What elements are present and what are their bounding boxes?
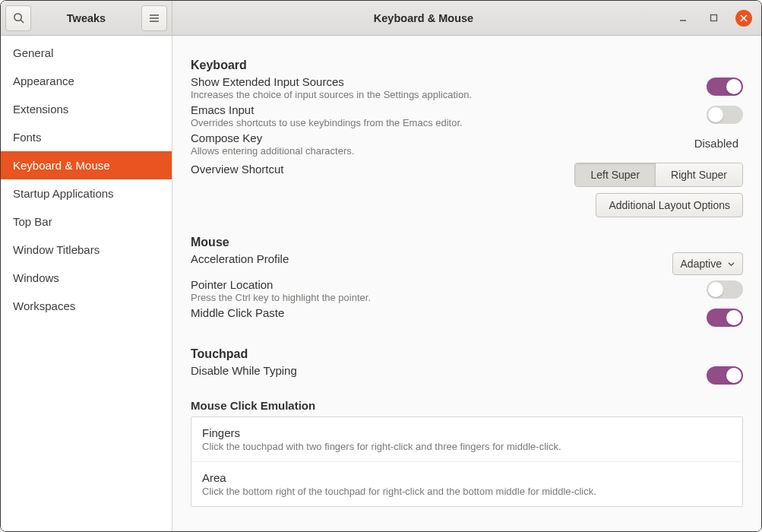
window: Tweaks Keyboard & Mouse General Appearan… xyxy=(1,1,761,531)
sidebar-item-keyboard-mouse[interactable]: Keyboard & Mouse xyxy=(1,151,172,179)
sidebar-item-label: General xyxy=(13,46,53,59)
hamburger-icon xyxy=(149,13,160,24)
row-desc: Overrides shortcuts to use keybindings f… xyxy=(191,117,707,128)
section-keyboard: Keyboard xyxy=(191,59,743,72)
mouse-click-emulation-list: Fingers Click the touchpad with two fing… xyxy=(191,416,743,507)
section-touchpad: Touchpad xyxy=(191,347,743,361)
row-title: Show Extended Input Sources xyxy=(191,75,707,88)
row-title: Compose Key xyxy=(191,131,690,144)
sidebar-item-label: Appearance xyxy=(13,74,74,87)
row-desc: Allows entering additional characters. xyxy=(191,145,690,157)
row-title: Disable While Typing xyxy=(191,364,707,377)
emulation-title: Area xyxy=(202,471,732,484)
sidebar: General Appearance Extensions Fonts Keyb… xyxy=(1,36,172,531)
row-pointer-location: Pointer Location Press the Ctrl key to h… xyxy=(191,277,743,305)
emulation-desc: Click the bottom right of the touchpad f… xyxy=(202,486,732,497)
toggle-disable-while-typing[interactable] xyxy=(707,366,743,385)
row-acceleration-profile: Acceleration Profile Adaptive xyxy=(191,251,743,277)
page-title: Keyboard & Mouse xyxy=(172,12,675,24)
acceleration-profile-dropdown[interactable]: Adaptive xyxy=(672,252,743,275)
sidebar-item-window-titlebars[interactable]: Window Titlebars xyxy=(1,236,172,264)
sidebar-item-top-bar[interactable]: Top Bar xyxy=(1,207,172,236)
svg-rect-6 xyxy=(710,15,716,21)
row-extended-sources: Show Extended Input Sources Increases th… xyxy=(191,74,743,102)
svg-point-0 xyxy=(14,14,21,21)
content: General Appearance Extensions Fonts Keyb… xyxy=(1,36,761,531)
left-super-button[interactable]: Left Super xyxy=(575,163,655,186)
chevron-down-icon xyxy=(728,261,735,268)
sidebar-item-label: Window Titlebars xyxy=(13,243,100,256)
section-mouse: Mouse xyxy=(191,236,743,249)
titlebar: Tweaks Keyboard & Mouse xyxy=(1,1,761,36)
toggle-middle-click-paste[interactable] xyxy=(707,309,743,327)
search-button[interactable] xyxy=(5,5,31,31)
sidebar-item-label: Fonts xyxy=(13,131,42,144)
compose-key-value[interactable]: Disabled xyxy=(690,134,743,153)
row-title: Acceleration Profile xyxy=(191,252,672,265)
window-controls xyxy=(675,10,761,27)
sidebar-item-appearance[interactable]: Appearance xyxy=(1,67,172,95)
sidebar-item-windows[interactable]: Windows xyxy=(1,264,172,292)
dropdown-value: Adaptive xyxy=(681,258,722,270)
toggle-extended-sources[interactable] xyxy=(707,78,743,96)
titlebar-left: Tweaks xyxy=(1,1,172,36)
sidebar-item-extensions[interactable]: Extensions xyxy=(1,95,172,123)
sidebar-item-label: Top Bar xyxy=(13,215,52,228)
row-overview-shortcut: Overview Shortcut Left Super Right Super… xyxy=(191,161,743,219)
menu-button[interactable] xyxy=(141,5,167,31)
row-middle-click-paste: Middle Click Paste xyxy=(191,305,743,331)
app-title: Tweaks xyxy=(31,12,141,24)
emulation-title: Fingers xyxy=(202,426,732,439)
sidebar-item-startup-applications[interactable]: Startup Applications xyxy=(1,179,172,207)
row-compose-key: Compose Key Allows entering additional c… xyxy=(191,130,743,158)
search-icon xyxy=(13,12,24,24)
mouse-click-emulation-title: Mouse Click Emulation xyxy=(191,399,743,412)
emulation-option-fingers[interactable]: Fingers Click the touchpad with two fing… xyxy=(191,417,742,461)
sidebar-item-workspaces[interactable]: Workspaces xyxy=(1,292,172,320)
maximize-button[interactable] xyxy=(705,10,722,27)
close-icon xyxy=(740,14,748,22)
row-title: Overview Shortcut xyxy=(191,163,574,176)
row-disable-while-typing: Disable While Typing xyxy=(191,363,743,388)
sidebar-item-label: Extensions xyxy=(13,103,68,116)
row-title: Middle Click Paste xyxy=(191,306,707,319)
svg-line-1 xyxy=(21,20,24,23)
sidebar-item-label: Keyboard & Mouse xyxy=(13,159,110,172)
emulation-option-area[interactable]: Area Click the bottom right of the touch… xyxy=(191,461,742,506)
sidebar-item-general[interactable]: General xyxy=(1,39,172,67)
sidebar-item-label: Workspaces xyxy=(13,299,75,312)
minimize-icon xyxy=(678,14,688,23)
row-title: Pointer Location xyxy=(191,278,707,291)
row-title: Emacs Input xyxy=(191,103,707,116)
emulation-desc: Click the touchpad with two fingers for … xyxy=(202,441,732,452)
sidebar-item-fonts[interactable]: Fonts xyxy=(1,123,172,151)
additional-layout-options-button[interactable]: Additional Layout Options xyxy=(596,193,743,217)
toggle-pointer-location[interactable] xyxy=(707,280,743,299)
toggle-emacs-input[interactable] xyxy=(707,106,743,124)
close-button[interactable] xyxy=(735,10,752,27)
main-panel: Keyboard Show Extended Input Sources Inc… xyxy=(172,36,761,531)
sidebar-item-label: Startup Applications xyxy=(13,187,114,200)
row-desc: Press the Ctrl key to highlight the poin… xyxy=(191,292,707,303)
row-emacs-input: Emacs Input Overrides shortcuts to use k… xyxy=(191,102,743,130)
row-desc: Increases the choice of input sources in… xyxy=(191,89,707,100)
overview-shortcut-group: Left Super Right Super xyxy=(574,163,743,187)
right-super-button[interactable]: Right Super xyxy=(655,163,742,186)
minimize-button[interactable] xyxy=(675,10,691,27)
sidebar-item-label: Windows xyxy=(13,271,59,284)
maximize-icon xyxy=(710,14,718,22)
